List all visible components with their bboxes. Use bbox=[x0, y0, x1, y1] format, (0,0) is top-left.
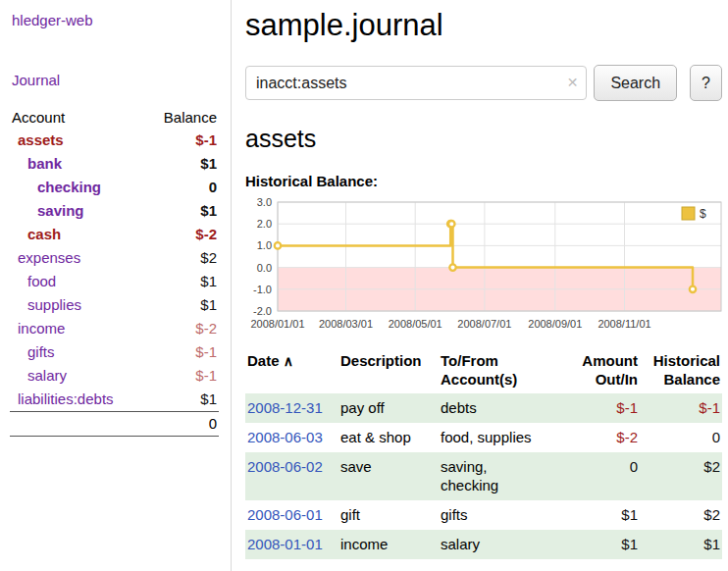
account-link[interactable]: cash bbox=[27, 226, 61, 242]
account-heading: assets bbox=[245, 125, 722, 153]
account-link[interactable]: bank bbox=[27, 155, 62, 172]
search-input[interactable] bbox=[245, 66, 587, 100]
chart-title: Historical Balance: bbox=[245, 173, 722, 189]
account-balance: $1 bbox=[145, 199, 219, 223]
sidebar-nav: Journal bbox=[10, 72, 219, 88]
register-date-cell: 2008-06-02 bbox=[245, 452, 338, 500]
account-name-cell: assets bbox=[10, 129, 145, 152]
app-title-link[interactable]: hledger-web bbox=[12, 12, 219, 28]
search-button[interactable]: Search bbox=[594, 65, 677, 101]
svg-text:-2.0: -2.0 bbox=[253, 305, 272, 317]
chart-svg: 3.02.01.00.0-1.0-2.02008/01/012008/03/01… bbox=[245, 195, 724, 338]
help-button[interactable]: ? bbox=[690, 65, 722, 101]
sidebar: hledger-web Journal Account Balance asse… bbox=[0, 0, 232, 571]
svg-text:2008/09/01: 2008/09/01 bbox=[528, 318, 582, 330]
chart-point-marker bbox=[275, 242, 281, 248]
account-name-cell: salary bbox=[10, 364, 145, 388]
journal-link[interactable]: Journal bbox=[12, 72, 219, 88]
account-row: salary$-1 bbox=[10, 364, 219, 388]
account-row: cash$-2 bbox=[10, 223, 219, 246]
clear-search-icon[interactable]: ✕ bbox=[567, 75, 579, 90]
register-date-cell: 2008-01-01 bbox=[245, 530, 338, 559]
register-accounts: food, supplies bbox=[439, 423, 543, 452]
svg-text:1.0: 1.0 bbox=[257, 239, 272, 251]
register-balance: $2 bbox=[640, 500, 722, 530]
account-name-cell: bank bbox=[10, 152, 145, 176]
legend-label: $ bbox=[700, 207, 706, 221]
account-row: income$-2 bbox=[10, 317, 219, 340]
account-balance: $1 bbox=[145, 270, 219, 293]
register-table-body: 2008-12-31pay offdebts$-1$-12008-06-03ea… bbox=[245, 393, 722, 559]
chart-point-marker bbox=[449, 264, 455, 270]
register-header-description: Description bbox=[338, 349, 439, 393]
svg-text:-1.0: -1.0 bbox=[253, 284, 272, 295]
register-amount: $-1 bbox=[543, 393, 640, 423]
register-row: 2008-06-03eat & shopfood, supplies$-20 bbox=[245, 423, 722, 452]
register-balance: 0 bbox=[640, 423, 722, 452]
account-balance: $1 bbox=[145, 388, 219, 412]
account-name-cell: checking bbox=[10, 176, 145, 199]
svg-text:2008/01/01: 2008/01/01 bbox=[250, 318, 304, 330]
register-accounts: saving, checking bbox=[439, 452, 543, 500]
register-description: gift bbox=[338, 500, 439, 530]
register-row: 2008-06-02savesaving, checking0$2 bbox=[245, 452, 722, 500]
svg-text:2008/11/01: 2008/11/01 bbox=[598, 318, 650, 330]
account-row: assets$-1 bbox=[10, 129, 219, 152]
search-bar: ✕ Search ? bbox=[245, 65, 722, 101]
account-link[interactable]: gifts bbox=[27, 343, 55, 360]
register-amount: $-2 bbox=[543, 423, 640, 452]
transaction-date-link[interactable]: 2008-06-01 bbox=[247, 506, 323, 523]
register-description: income bbox=[338, 530, 439, 559]
account-link[interactable]: food bbox=[27, 273, 56, 289]
account-link[interactable]: assets bbox=[18, 131, 64, 148]
account-name-cell: supplies bbox=[10, 293, 145, 317]
account-balance: $1 bbox=[145, 152, 219, 176]
account-name-cell: cash bbox=[10, 223, 145, 246]
account-balance: $-2 bbox=[145, 223, 219, 246]
accounts-header-account: Account bbox=[10, 106, 145, 129]
account-link[interactable]: salary bbox=[27, 367, 67, 384]
svg-text:2008/05/01: 2008/05/01 bbox=[389, 318, 442, 330]
main-content: sample.journal ✕ Search ? assets Histori… bbox=[233, 0, 728, 571]
account-balance: $-1 bbox=[145, 340, 219, 364]
transaction-date-link[interactable]: 2008-06-03 bbox=[247, 429, 323, 445]
app-window: hledger-web Journal Account Balance asse… bbox=[0, 0, 728, 571]
register-header-balance: Historical Balance bbox=[640, 349, 722, 393]
accounts-table-body: assets$-1bank$1checking0saving$1cash$-2e… bbox=[10, 129, 219, 412]
register-row: 2008-06-01giftgifts$1$2 bbox=[245, 500, 722, 530]
account-link[interactable]: income bbox=[18, 320, 65, 337]
account-balance: $2 bbox=[145, 246, 219, 270]
account-name-cell: saving bbox=[10, 199, 145, 223]
transaction-date-link[interactable]: 2008-01-01 bbox=[247, 536, 323, 552]
account-link[interactable]: expenses bbox=[18, 249, 80, 266]
register-amount: $1 bbox=[543, 530, 640, 559]
account-link[interactable]: supplies bbox=[27, 296, 81, 313]
register-description: save bbox=[338, 452, 439, 500]
account-name-cell: expenses bbox=[10, 246, 145, 270]
register-header-amount: Amount Out/In bbox=[543, 349, 640, 393]
register-accounts: gifts bbox=[439, 500, 543, 530]
account-link[interactable]: checking bbox=[37, 179, 101, 195]
register-balance: $1 bbox=[640, 530, 722, 559]
register-description: pay off bbox=[338, 393, 439, 423]
account-link[interactable]: liabilities:debts bbox=[18, 390, 114, 407]
register-header-date-label: Date bbox=[247, 352, 280, 369]
chart-point-marker bbox=[448, 221, 454, 227]
register-header-accounts: To/From Account(s) bbox=[439, 349, 543, 393]
register-date-cell: 2008-06-01 bbox=[245, 500, 338, 530]
account-balance: $-1 bbox=[145, 364, 219, 388]
account-link[interactable]: saving bbox=[37, 202, 84, 219]
register-accounts: salary bbox=[439, 530, 543, 559]
account-row: checking0 bbox=[10, 176, 219, 199]
transaction-date-link[interactable]: 2008-06-02 bbox=[247, 458, 323, 475]
account-row: expenses$2 bbox=[10, 246, 219, 270]
sort-ascending-icon[interactable]: ∧ bbox=[284, 353, 293, 369]
chart-point-marker bbox=[690, 286, 696, 292]
svg-text:2008/07/01: 2008/07/01 bbox=[457, 318, 511, 330]
register-amount: 0 bbox=[543, 452, 640, 500]
register-header-date[interactable]: Date ∧ bbox=[245, 349, 338, 393]
account-row: saving$1 bbox=[10, 199, 219, 223]
transaction-date-link[interactable]: 2008-12-31 bbox=[247, 399, 323, 416]
register-description: eat & shop bbox=[338, 423, 439, 452]
svg-text:0.0: 0.0 bbox=[257, 262, 272, 274]
